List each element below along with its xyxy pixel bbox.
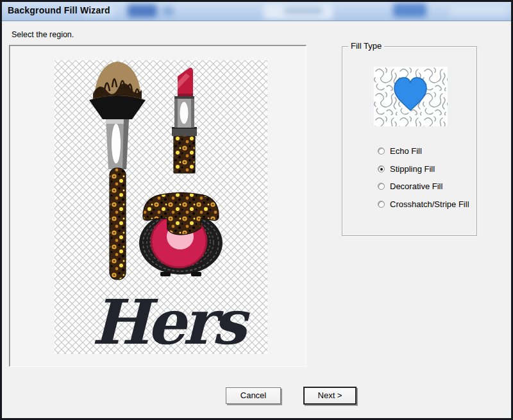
radio-label: Crosshatch/Stripe Fill: [390, 199, 469, 209]
radio-button: [378, 183, 385, 190]
radio-option-echo-fill[interactable]: Echo Fill: [378, 146, 422, 156]
background-toolbar-blur-3: [162, 6, 174, 16]
radio-option-decorative-fill[interactable]: Decorative Fill: [378, 181, 442, 191]
background-toolbar-blur-7: [450, 4, 509, 16]
background-toolbar-blur-2: [128, 4, 157, 17]
preview-panel: Hers: [9, 45, 307, 367]
stipple-preview: [374, 67, 448, 126]
radio-button: [378, 147, 385, 155]
embroidery-design-svg: Hers: [55, 60, 267, 354]
hers-script-text: Hers: [92, 286, 250, 354]
background-fill-wizard-dialog: Background Fill Wizard Select the region…: [0, 0, 513, 420]
blush-compact-graphic: [139, 193, 223, 277]
design-region[interactable]: Hers: [55, 60, 267, 354]
next-button[interactable]: Next >: [303, 387, 357, 405]
background-toolbar-blur-6: [393, 3, 426, 17]
fill-type-group: Fill Type Echo Fill Stippling Fill: [342, 46, 477, 236]
title-bar[interactable]: Background Fill Wizard: [2, 2, 511, 21]
radio-label: Echo Fill: [390, 146, 422, 156]
background-toolbar-blur-5: [284, 7, 323, 15]
radio-label: Stippling Fill: [390, 164, 435, 174]
instruction-label: Select the region.: [12, 30, 74, 39]
cancel-button[interactable]: Cancel: [226, 387, 281, 404]
radio-option-stippling-fill[interactable]: Stippling Fill: [378, 164, 435, 174]
radio-option-crosshatch-stripe-fill[interactable]: Crosshatch/Stripe Fill: [378, 199, 469, 209]
fill-type-legend: Fill Type: [348, 41, 384, 51]
window-title: Background Fill Wizard: [8, 5, 110, 15]
radio-button: [378, 201, 385, 208]
radio-label: Decorative Fill: [390, 181, 442, 191]
heart-icon: [374, 67, 448, 126]
radio-button: [378, 165, 385, 172]
